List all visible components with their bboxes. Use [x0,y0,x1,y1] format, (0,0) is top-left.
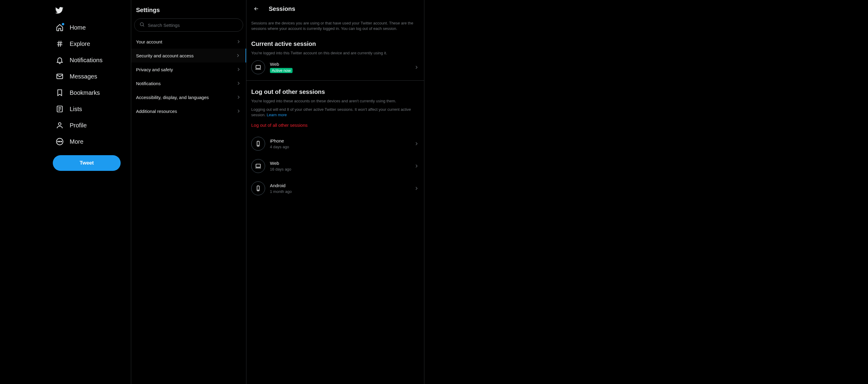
nav-label: Messages [70,73,97,80]
hash-icon [56,40,64,48]
laptop-icon [251,159,265,173]
primary-nav: Home Explore Notifications Messages Book… [53,19,131,150]
profile-icon [56,121,64,129]
nav-label: Home [70,24,86,31]
nav-more[interactable]: More [53,134,131,150]
settings-item-label: Accessibility, display, and languages [136,95,209,100]
other-sessions-title: Log out of other sessions [251,88,419,95]
settings-item-label: Notifications [136,81,161,86]
back-button[interactable] [251,4,261,14]
list-icon [56,105,64,113]
session-row[interactable]: iPhone 4 days ago [251,132,419,155]
session-meta: 4 days ago [270,145,409,149]
svg-point-7 [140,23,144,26]
detail-title: Sessions [269,5,295,12]
svg-point-6 [61,141,62,142]
chevron-right-icon [236,39,241,45]
nav-label: Notifications [70,57,102,64]
settings-list: Your account Security and account access… [131,35,246,118]
twitter-logo[interactable] [53,4,131,18]
session-name: Web [270,62,409,67]
nav-label: Lists [70,106,82,113]
chevron-right-icon [236,81,241,86]
current-session-title: Current active session [251,40,419,48]
settings-item-label: Privacy and safety [136,67,173,72]
svg-point-5 [59,141,60,142]
nav-notifications[interactable]: Notifications [53,52,131,68]
nav-label: Bookmarks [70,89,100,96]
settings-title: Settings [131,4,246,19]
chevron-right-icon [236,108,241,114]
settings-item-additional[interactable]: Additional resources [131,104,246,118]
session-meta: 1 month ago [270,189,409,194]
chevron-right-icon [414,186,419,191]
settings-item-label: Your account [136,39,162,45]
mail-icon [56,72,64,80]
settings-item-label: Additional resources [136,109,177,114]
more-icon [56,138,64,146]
search-box[interactable] [134,19,243,32]
tweet-button[interactable]: Tweet [53,155,121,171]
svg-point-10 [258,145,258,146]
svg-rect-8 [256,65,260,68]
other-sessions-desc1: You're logged into these accounts on the… [251,98,419,104]
detail-column: Sessions Sessions are the devices you ar… [246,0,424,384]
svg-point-13 [258,190,258,190]
session-row[interactable]: Android 1 month ago [251,177,419,200]
search-icon [140,22,145,28]
other-sessions-desc2: Logging out will end 8 of your other act… [251,107,419,118]
primary-sidebar: Home Explore Notifications Messages Book… [0,0,131,384]
chevron-right-icon [414,65,419,70]
session-name: Android [270,183,409,188]
session-name: Web [270,160,409,166]
session-meta: 16 days ago [270,167,409,172]
nav-label: More [70,138,84,145]
svg-point-2 [59,123,61,125]
chevron-right-icon [235,53,241,58]
home-icon [56,24,64,31]
sessions-description: Sessions are the devices you are using o… [251,18,419,33]
nav-messages[interactable]: Messages [53,68,131,85]
settings-column: Settings Your account Security and accou… [131,0,246,384]
settings-item-account[interactable]: Your account [131,35,246,49]
svg-point-4 [58,141,59,142]
settings-item-label: Security and account access [136,53,194,58]
phone-icon [251,181,265,195]
chevron-right-icon [236,94,241,100]
svg-rect-11 [256,164,260,167]
nav-label: Explore [70,40,90,48]
settings-item-security[interactable]: Security and account access [131,49,246,62]
nav-lists[interactable]: Lists [53,101,131,117]
search-input[interactable] [148,23,238,28]
nav-explore[interactable]: Explore [53,36,131,52]
session-name: iPhone [270,138,409,143]
laptop-icon [251,60,265,74]
active-badge: Active now [270,68,292,73]
chevron-right-icon [414,141,419,146]
nav-profile[interactable]: Profile [53,117,131,134]
learn-more-link[interactable]: Learn more [267,113,286,117]
nav-home[interactable]: Home [53,19,131,36]
chevron-right-icon [414,163,419,169]
divider [246,80,424,81]
phone-icon [251,137,265,151]
bookmark-icon [56,89,64,97]
logout-all-button[interactable]: Log out of all other sessions [251,118,419,132]
settings-item-notifications[interactable]: Notifications [131,77,246,90]
arrow-left-icon [253,6,259,12]
nav-bookmarks[interactable]: Bookmarks [53,85,131,101]
settings-item-accessibility[interactable]: Accessibility, display, and languages [131,90,246,104]
session-row[interactable]: Web 16 days ago [251,155,419,177]
chevron-right-icon [236,67,241,72]
new-indicator-dot [62,23,64,25]
current-session-row[interactable]: Web Active now [251,56,419,79]
nav-label: Profile [70,122,87,129]
bell-icon [56,56,64,64]
settings-item-privacy[interactable]: Privacy and safety [131,62,246,77]
current-session-desc: You're logged into this Twitter account … [251,51,419,56]
detail-header: Sessions [246,0,424,18]
